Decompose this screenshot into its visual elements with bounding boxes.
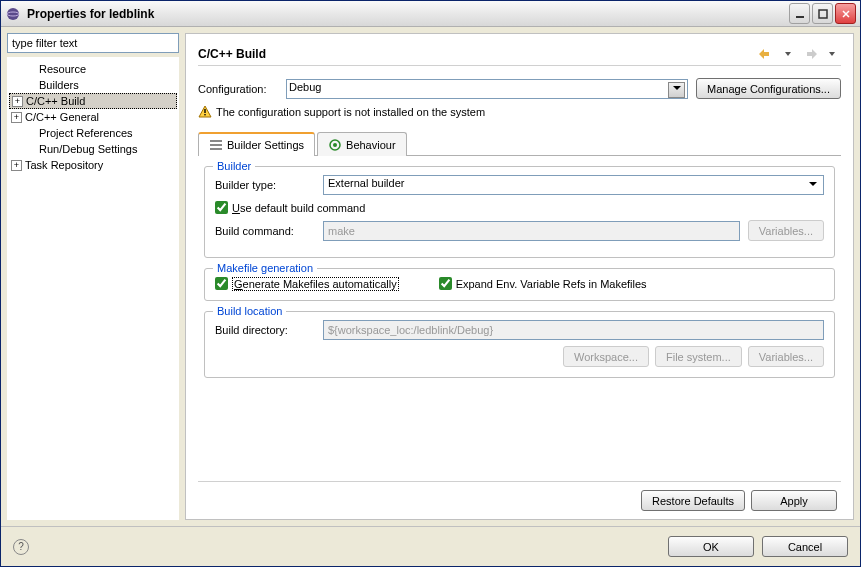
svg-rect-2: [796, 16, 804, 18]
checkbox-input[interactable]: [439, 277, 452, 290]
makefile-legend: Makefile generation: [213, 262, 317, 274]
workspace-button: Workspace...: [563, 346, 649, 367]
warning-text: The configuration support is not install…: [216, 106, 485, 118]
titlebar-buttons: [789, 3, 856, 24]
window-title: Properties for ledblink: [27, 7, 789, 21]
chevron-down-icon: [809, 182, 817, 186]
build-command-input: [323, 221, 740, 241]
tree-label: Run/Debug Settings: [39, 143, 137, 155]
build-directory-label: Build directory:: [215, 324, 315, 336]
filesystem-button: File system...: [655, 346, 742, 367]
ok-button[interactable]: OK: [668, 536, 754, 557]
checkbox-label: Generate Makefiles automatically: [232, 278, 399, 290]
tree-item-project-refs[interactable]: Project References: [9, 125, 177, 141]
makefile-fieldset: Makefile generation Generate Makefiles a…: [204, 268, 835, 301]
config-value: Debug: [289, 81, 321, 93]
right-panel: C/C++ Build Configuration: Debug Manage …: [185, 33, 854, 520]
filter-input[interactable]: [7, 33, 179, 53]
tree-label: Task Repository: [25, 159, 103, 171]
tree-item-task-repo[interactable]: +Task Repository: [9, 157, 177, 173]
builder-type-select[interactable]: External builder: [323, 175, 824, 195]
warning-message: The configuration support is not install…: [198, 105, 841, 119]
page-title: C/C++ Build: [198, 47, 757, 61]
tree-label: C/C++ Build: [26, 95, 85, 107]
expand-icon[interactable]: +: [11, 160, 22, 171]
use-default-checkbox[interactable]: Use default build command: [215, 201, 365, 214]
checkbox-label: Use default build command: [232, 202, 365, 214]
generate-makefiles-checkbox[interactable]: Generate Makefiles automatically: [215, 277, 399, 290]
configuration-row: Configuration: Debug Manage Configuratio…: [198, 78, 841, 99]
svg-rect-7: [204, 114, 205, 115]
tree-label: Resource: [39, 63, 86, 75]
minimize-button[interactable]: [789, 3, 810, 24]
close-button[interactable]: [835, 3, 856, 24]
svg-point-0: [7, 8, 19, 20]
builder-type-label: Builder type:: [215, 179, 315, 191]
svg-rect-6: [204, 109, 205, 113]
expand-env-checkbox[interactable]: Expand Env. Variable Refs in Makefiles: [439, 277, 647, 290]
tab-content: Builder Builder type: External builder U…: [198, 156, 841, 481]
tab-builder-settings[interactable]: Builder Settings: [198, 132, 315, 156]
forward-button[interactable]: [801, 46, 819, 62]
back-menu[interactable]: [779, 46, 797, 62]
warning-icon: [198, 105, 212, 119]
builder-type-value: External builder: [328, 177, 404, 189]
buildloc-legend: Build location: [213, 305, 286, 317]
eclipse-icon: [5, 6, 21, 22]
tree-item-resource[interactable]: Resource: [9, 61, 177, 77]
apply-button[interactable]: Apply: [751, 490, 837, 511]
maximize-button[interactable]: [812, 3, 833, 24]
variables-button: Variables...: [748, 346, 824, 367]
tree-item-ccpp-general[interactable]: +C/C++ General: [9, 109, 177, 125]
cancel-button[interactable]: Cancel: [762, 536, 848, 557]
tree-label: Project References: [39, 127, 133, 139]
expand-icon[interactable]: +: [11, 112, 22, 123]
nav-arrows: [757, 46, 841, 62]
tree-label: Builders: [39, 79, 79, 91]
build-command-label: Build command:: [215, 225, 315, 237]
tab-behaviour[interactable]: Behaviour: [317, 132, 407, 156]
category-tree: Resource Builders +C/C++ Build +C/C++ Ge…: [7, 57, 179, 520]
build-directory-input: [323, 320, 824, 340]
restore-defaults-button[interactable]: Restore Defaults: [641, 490, 745, 511]
manage-configurations-button[interactable]: Manage Configurations...: [696, 78, 841, 99]
build-location-fieldset: Build location Build directory: Workspac…: [204, 311, 835, 378]
tree-item-run-debug[interactable]: Run/Debug Settings: [9, 141, 177, 157]
svg-point-12: [333, 143, 337, 147]
list-icon: [209, 138, 223, 152]
config-label: Configuration:: [198, 83, 278, 95]
checkbox-input[interactable]: [215, 201, 228, 214]
builder-legend: Builder: [213, 160, 255, 172]
dialog-content: Resource Builders +C/C++ Build +C/C++ Ge…: [1, 27, 860, 526]
tab-label: Builder Settings: [227, 139, 304, 151]
checkbox-input[interactable]: [215, 277, 228, 290]
tabs: Builder Settings Behaviour: [198, 131, 841, 156]
page-header: C/C++ Build: [198, 42, 841, 66]
target-icon: [328, 138, 342, 152]
help-icon[interactable]: ?: [13, 539, 29, 555]
tree-label: C/C++ General: [25, 111, 99, 123]
forward-menu[interactable]: [823, 46, 841, 62]
properties-dialog: Properties for ledblink Resource Builder…: [0, 0, 861, 567]
back-button[interactable]: [757, 46, 775, 62]
expand-icon[interactable]: +: [12, 96, 23, 107]
builder-fieldset: Builder Builder type: External builder U…: [204, 166, 835, 258]
svg-rect-8: [210, 140, 222, 142]
variables-button: Variables...: [748, 220, 824, 241]
page-actions: Restore Defaults Apply: [198, 481, 841, 511]
tree-item-builders[interactable]: Builders: [9, 77, 177, 93]
left-panel: Resource Builders +C/C++ Build +C/C++ Ge…: [7, 33, 179, 520]
configuration-select[interactable]: Debug: [286, 79, 688, 99]
tree-item-ccpp-build[interactable]: +C/C++ Build: [9, 93, 177, 109]
checkbox-label: Expand Env. Variable Refs in Makefiles: [456, 278, 647, 290]
chevron-down-icon: [673, 86, 681, 90]
dialog-footer: ? OK Cancel: [1, 526, 860, 566]
svg-rect-3: [819, 10, 827, 18]
svg-rect-10: [210, 148, 222, 150]
svg-rect-9: [210, 144, 222, 146]
titlebar: Properties for ledblink: [1, 1, 860, 27]
tab-label: Behaviour: [346, 139, 396, 151]
